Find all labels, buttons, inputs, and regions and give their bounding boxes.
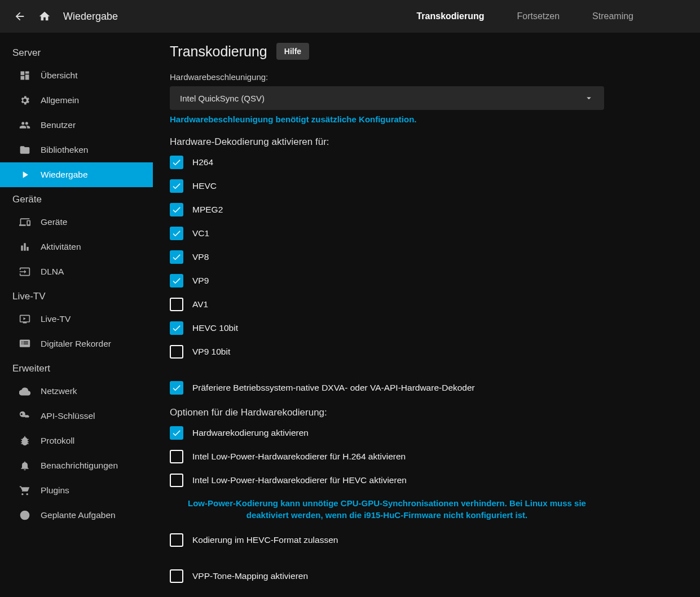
encode-lp264[interactable]: Intel Low-Power-Hardwarekodierer für H.2… <box>170 450 604 463</box>
sidebar-item-overview[interactable]: Übersicht <box>0 63 153 88</box>
sidebar-item-activity[interactable]: Aktivitäten <box>0 235 153 259</box>
sidebar-item-general[interactable]: Allgemein <box>0 88 153 113</box>
folder-icon <box>19 144 30 156</box>
decode-vp9-checkbox[interactable] <box>170 274 183 288</box>
sidebar-item-devices[interactable]: Geräte <box>0 210 153 235</box>
sidebar-item-users[interactable]: Benutzer <box>0 113 153 138</box>
decode-vc1-checkbox[interactable] <box>170 227 183 240</box>
decode-vp9-label: VP9 <box>192 276 209 286</box>
sidebar-item-label: Allgemein <box>41 95 79 105</box>
sidebar-item-libraries[interactable]: Bibliotheken <box>0 138 153 162</box>
sidebar-item-notify[interactable]: Benachrichtigungen <box>0 453 153 478</box>
hwaccel-note-link[interactable]: Hardwarebeschleunigung benötigt zusätzli… <box>170 114 604 124</box>
bug-icon <box>19 435 30 446</box>
sidebar-group-label: Live-TV <box>0 284 153 307</box>
encode-lphevc-checkbox[interactable] <box>170 474 183 487</box>
sidebar-item-label: Aktivitäten <box>41 242 81 252</box>
encode-section-label: Optionen für die Hardwarekodierung: <box>170 407 604 418</box>
sidebar-item-log[interactable]: Protokoll <box>0 428 153 453</box>
decode-hevc-label: HEVC <box>192 181 217 191</box>
sidebar-item-label: Geräte <box>41 217 67 227</box>
sidebar-item-tasks[interactable]: Geplante Aufgaben <box>0 503 153 528</box>
allow-hevc-encode-checkbox[interactable] <box>170 533 183 547</box>
sidebar-item-label: Plugins <box>41 485 69 496</box>
decode-mpeg2-checkbox[interactable] <box>170 203 183 216</box>
decode-hevc10[interactable]: HEVC 10bit <box>170 321 604 335</box>
app-header: Wiedergabe TranskodierungFortsetzenStrea… <box>0 0 700 33</box>
sidebar-item-playback[interactable]: Wiedergabe <box>0 162 153 187</box>
main-content: Transkodierung Hilfe Hardwarebeschleunig… <box>153 33 700 597</box>
decode-hevc[interactable]: HEVC <box>170 179 604 193</box>
chevron-down-icon <box>584 93 594 103</box>
encode-lp264-label: Intel Low-Power-Hardwarekodierer für H.2… <box>192 452 406 462</box>
decode-mpeg2-label: MPEG2 <box>192 205 223 215</box>
sidebar-item-network[interactable]: Netzwerk <box>0 379 153 404</box>
sidebar-item-label: Übersicht <box>41 70 77 81</box>
allow-hevc-encode[interactable]: Kodierung im HEVC-Format zulassen <box>170 533 604 547</box>
settings-icon <box>19 95 30 106</box>
decode-section-label: Hardware-Dekodierung aktivieren für: <box>170 136 604 148</box>
sidebar-item-label: Wiedergabe <box>41 170 88 180</box>
encode-lphevc[interactable]: Intel Low-Power-Hardwarekodierer für HEV… <box>170 474 604 487</box>
sidebar-item-label: API-Schlüssel <box>41 411 95 421</box>
help-button[interactable]: Hilfe <box>276 43 309 60</box>
lowpower-note: Low-Power-Kodierung kann unnötige CPU-GP… <box>178 497 596 521</box>
prefer-native-decoder-label: Präferiere Betriebssystem-native DXVA- o… <box>192 383 475 393</box>
prefer-native-decoder[interactable]: Präferiere Betriebssystem-native DXVA- o… <box>170 381 604 395</box>
decode-vp8-checkbox[interactable] <box>170 250 183 264</box>
dvr-icon <box>19 338 30 350</box>
decode-vp910-label: VP9 10bit <box>192 347 230 357</box>
sidebar-item-plugins[interactable]: Plugins <box>0 478 153 503</box>
header-title: Wiedergabe <box>63 11 118 23</box>
sidebar-item-label: Digitaler Rekorder <box>41 339 111 349</box>
tab-streaming[interactable]: Streaming <box>592 11 633 21</box>
tab-resume[interactable]: Fortsetzen <box>517 11 560 21</box>
vpp-tonemapping-checkbox[interactable] <box>170 569 183 583</box>
sidebar-group-label: Server <box>0 41 153 63</box>
decode-h264-checkbox[interactable] <box>170 156 183 169</box>
allow-hevc-encode-label: Kodierung im HEVC-Format zulassen <box>192 535 338 545</box>
decode-h264[interactable]: H264 <box>170 156 604 169</box>
vpp-tonemapping[interactable]: VPP-Tone-Mapping aktivieren <box>170 569 604 583</box>
encode-hwencode[interactable]: Hardwarekodierung aktivieren <box>170 426 604 440</box>
people-icon <box>19 120 30 131</box>
decode-av1[interactable]: AV1 <box>170 298 604 311</box>
sidebar: ServerÜbersichtAllgemeinBenutzerBiblioth… <box>0 33 153 597</box>
decode-mpeg2[interactable]: MPEG2 <box>170 203 604 216</box>
vpp-tonemapping-label: VPP-Tone-Mapping aktivieren <box>192 571 308 581</box>
encode-hwencode-label: Hardwarekodierung aktivieren <box>192 428 309 438</box>
hwaccel-select[interactable]: Intel QuickSync (QSV) <box>170 86 604 110</box>
sidebar-item-livetv[interactable]: Live-TV <box>0 307 153 331</box>
prefer-native-decoder-checkbox[interactable] <box>170 381 183 395</box>
sidebar-group-label: Erweitert <box>0 356 153 379</box>
sidebar-item-label: Benachrichtigungen <box>41 461 118 471</box>
decode-vp910[interactable]: VP9 10bit <box>170 345 604 359</box>
back-button[interactable] <box>10 7 29 26</box>
devices-icon <box>19 216 30 228</box>
decode-hevc10-label: HEVC 10bit <box>192 323 238 333</box>
decode-vp910-checkbox[interactable] <box>170 345 183 359</box>
tab-transcoding[interactable]: Transkodierung <box>416 11 484 21</box>
decode-vp8-label: VP8 <box>192 252 209 262</box>
sidebar-item-dvr[interactable]: Digitaler Rekorder <box>0 331 153 356</box>
home-button[interactable] <box>35 7 54 26</box>
sidebar-item-label: Geplante Aufgaben <box>41 510 116 520</box>
decode-av1-checkbox[interactable] <box>170 298 183 311</box>
decode-vp9[interactable]: VP9 <box>170 274 604 288</box>
decode-hevc-checkbox[interactable] <box>170 179 183 193</box>
hwaccel-label: Hardwarebeschleunigung: <box>170 72 604 82</box>
sidebar-item-label: Live-TV <box>41 314 71 324</box>
decode-vc1[interactable]: VC1 <box>170 227 604 240</box>
decode-hevc10-checkbox[interactable] <box>170 321 183 335</box>
sidebar-item-api[interactable]: API-Schlüssel <box>0 404 153 428</box>
bell-icon <box>19 460 30 471</box>
sidebar-item-dlna[interactable]: DLNA <box>0 259 153 284</box>
cloud-icon <box>19 386 30 397</box>
encode-lp264-checkbox[interactable] <box>170 450 183 463</box>
decode-av1-label: AV1 <box>192 299 208 309</box>
tv-icon <box>19 313 30 325</box>
input-icon <box>19 266 30 277</box>
encode-hwencode-checkbox[interactable] <box>170 426 183 440</box>
decode-vp8[interactable]: VP8 <box>170 250 604 264</box>
encode-lphevc-label: Intel Low-Power-Hardwarekodierer für HEV… <box>192 475 407 485</box>
